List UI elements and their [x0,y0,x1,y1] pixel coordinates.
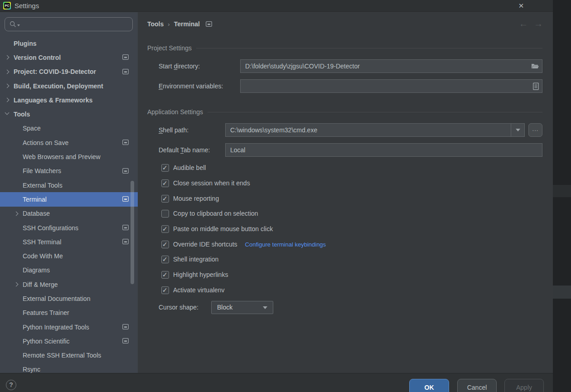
checkbox-label: Mouse reporting [173,195,219,202]
sidebar-item-code-with-me[interactable]: Code With Me [0,249,138,263]
ok-button[interactable]: OK [409,379,449,392]
list-icon[interactable] [532,82,539,90]
sidebar-item-external-tools[interactable]: External Tools [0,178,138,192]
start-directory-label: Start directory: [159,59,200,73]
sidebar-item-python-scientific[interactable]: Python Scientific [0,334,138,348]
sidebar-item-remote-ssh-external-tools[interactable]: Remote SSH External Tools [0,348,138,363]
settings-sidebar: Plugins Version Control Project: COVID-1… [0,12,138,373]
checkbox-shell-integration[interactable] [161,256,169,263]
checkbox-label: Override IDE shortcuts [173,241,237,248]
forward-arrow-icon[interactable]: → [533,19,543,29]
chevron-right-icon[interactable] [5,69,10,74]
sidebar-item-actions-on-save[interactable]: Actions on Save [0,136,138,150]
checkbox-copy-to-clipboard[interactable] [161,210,169,218]
folder-icon[interactable] [531,63,539,70]
checkbox-row-paste-middle-mouse: Paste on middle mouse button click [161,223,273,234]
checkbox-row-shell-integration: Shell integration [161,254,218,265]
chevron-down-icon[interactable] [5,111,10,115]
search-input[interactable] [5,17,133,31]
background-band [553,185,571,197]
sidebar-item-label: Web Browsers and Preview [23,153,101,160]
sidebar-item-external-documentation[interactable]: External Documentation [0,291,138,305]
start-directory-input[interactable]: D:\folder\study\zjgsu\COVID-19-Detector [240,59,542,73]
sidebar-item-build-execution-deployment[interactable]: Build, Execution, Deployment [0,79,138,93]
per-monitor-icon [122,338,129,344]
breadcrumb: Tools › Terminal [147,20,212,28]
window-title: Settings [15,2,39,10]
section-title: Project Settings [147,44,192,52]
sidebar-item-rsync[interactable]: Rsync [0,363,138,373]
apply-button[interactable]: Apply [504,379,544,392]
sidebar-item-web-browsers-and-preview[interactable]: Web Browsers and Preview [0,150,138,164]
settings-dialog-screen: PC Settings ✕ Plugins Version Control Pr… [0,0,571,392]
checkbox-paste-middle-mouse[interactable] [161,225,169,233]
sidebar-item-python-integrated-tools[interactable]: Python Integrated Tools [0,320,138,334]
chevron-down-icon [263,306,267,309]
sidebar-item-label: Plugins [14,40,37,47]
sidebar-item-project-covid-19-detector[interactable]: Project: COVID-19-Detector [0,65,138,79]
section-divider [196,48,542,48]
project-settings-header: Project Settings [147,44,542,52]
per-monitor-icon [122,69,129,74]
background-window-strip [553,0,571,392]
checkbox-activate-virtualenv[interactable] [161,286,169,294]
checkbox-audible-bell[interactable] [161,164,169,172]
checkbox-row-highlight-hyperlinks: Highlight hyperlinks [161,269,228,280]
sidebar-item-languages-frameworks[interactable]: Languages & Frameworks [0,93,138,107]
sidebar-item-database[interactable]: Database [0,207,138,221]
configure-terminal-keybindings-link[interactable]: Configure terminal keybindings [245,241,326,248]
sidebar-item-terminal[interactable]: Terminal [0,192,138,206]
checkbox-close-session[interactable] [161,179,169,187]
checkbox-label: Shell integration [173,256,218,263]
chevron-right-icon[interactable] [5,55,10,60]
sidebar-item-diff-merge[interactable]: Diff & Merge [0,277,138,291]
chevron-right-icon[interactable] [5,83,10,88]
sidebar-item-ssh-configurations[interactable]: SSH Configurations [0,221,138,235]
sidebar-item-label: File Watchers [23,167,61,174]
chevron-right-icon[interactable] [5,98,10,102]
sidebar-item-space[interactable]: Space [0,121,138,136]
sidebar-item-ssh-terminal[interactable]: SSH Terminal [0,235,138,249]
sidebar-item-label: Space [23,125,41,132]
chevron-down-icon [516,129,520,131]
shell-path-combobox[interactable]: C:\windows\system32\cmd.exe [225,123,525,137]
checkbox-label: Paste on middle mouse button click [173,225,273,232]
sidebar-item-file-watchers[interactable]: File Watchers [0,164,138,178]
dialog-footer: ? OK Cancel Apply [0,373,553,392]
shell-path-dropdown-button[interactable] [511,124,524,136]
cursor-shape-label: Cursor shape: [159,301,198,314]
chevron-right-icon[interactable] [14,282,19,287]
sidebar-item-plugins[interactable]: Plugins [0,36,138,50]
help-icon[interactable]: ? [6,380,16,390]
back-arrow-icon[interactable]: ← [518,19,528,29]
sidebar-item-label: Version Control [14,54,61,61]
environment-variables-input[interactable] [240,79,542,93]
sidebar-item-label: Diff & Merge [23,281,58,288]
sidebar-item-tools[interactable]: Tools [0,107,138,121]
sidebar-scrollbar[interactable] [131,181,134,284]
default-tab-name-input[interactable]: Local [225,143,542,157]
sidebar-item-features-trainer[interactable]: Features Trainer [0,306,138,320]
per-monitor-icon [122,140,129,145]
cursor-shape-value: Block [217,304,232,311]
checkbox-mouse-reporting[interactable] [161,195,169,203]
search-options-caret-icon[interactable] [17,24,20,26]
default-tab-name-label: Default Tab name: [159,143,210,157]
close-icon[interactable]: ✕ [515,0,527,12]
sidebar-item-diagrams[interactable]: Diagrams [0,263,138,277]
breadcrumb-tools[interactable]: Tools [147,20,164,28]
pycharm-logo-icon: PC [3,2,11,10]
cursor-shape-select[interactable]: Block [211,301,273,314]
per-monitor-icon [122,54,129,60]
breadcrumb-terminal: Terminal [174,20,200,28]
shell-path-browse-button[interactable]: ... [528,123,542,137]
default-tab-name-value: Local [230,146,245,154]
per-monitor-icon [206,21,212,27]
sidebar-item-label: Code With Me [23,252,63,260]
checkbox-highlight-hyperlinks[interactable] [161,271,169,279]
checkbox-override-ide-shortcuts[interactable] [161,241,169,248]
sidebar-item-version-control[interactable]: Version Control [0,50,138,64]
cancel-button[interactable]: Cancel [457,379,497,392]
checkbox-row-audible-bell: Audible bell [161,162,206,173]
chevron-right-icon[interactable] [14,211,19,216]
